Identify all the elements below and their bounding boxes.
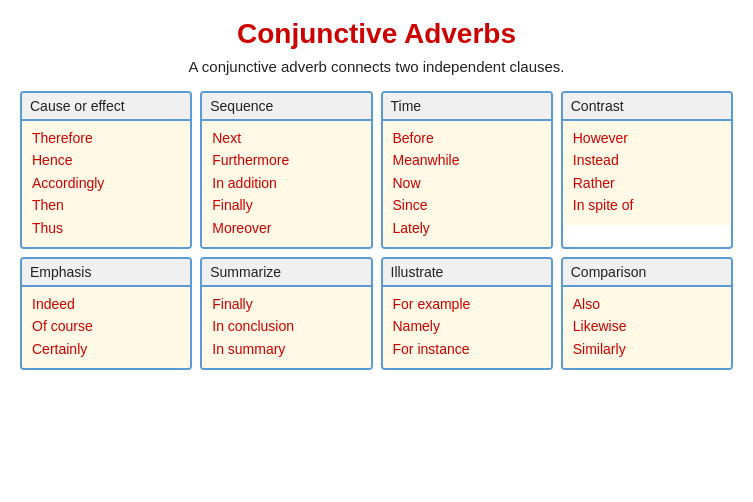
term-item: Likewise bbox=[573, 315, 721, 337]
card-body-emphasis: IndeedOf courseCertainly bbox=[22, 287, 190, 368]
card-header-sequence: Sequence bbox=[202, 93, 370, 121]
term-item: Meanwhile bbox=[393, 149, 541, 171]
term-item: Therefore bbox=[32, 127, 180, 149]
term-item: Then bbox=[32, 194, 180, 216]
card-header-summarize: Summarize bbox=[202, 259, 370, 287]
term-item: Also bbox=[573, 293, 721, 315]
term-item: Indeed bbox=[32, 293, 180, 315]
term-item: Moreover bbox=[212, 217, 360, 239]
term-item: Lately bbox=[393, 217, 541, 239]
card-header-time: Time bbox=[383, 93, 551, 121]
card-illustrate: IllustrateFor exampleNamelyFor instance bbox=[381, 257, 553, 370]
term-item: Finally bbox=[212, 194, 360, 216]
card-header-comparison: Comparison bbox=[563, 259, 731, 287]
card-time: TimeBeforeMeanwhileNowSinceLately bbox=[381, 91, 553, 249]
term-item: Thus bbox=[32, 217, 180, 239]
card-body-illustrate: For exampleNamelyFor instance bbox=[383, 287, 551, 368]
card-body-contrast: HoweverInsteadRatherIn spite of bbox=[563, 121, 731, 225]
term-item: In summary bbox=[212, 338, 360, 360]
term-item: Since bbox=[393, 194, 541, 216]
term-item: Hence bbox=[32, 149, 180, 171]
term-item: In spite of bbox=[573, 194, 721, 216]
card-emphasis: EmphasisIndeedOf courseCertainly bbox=[20, 257, 192, 370]
term-item: Rather bbox=[573, 172, 721, 194]
term-item: Furthermore bbox=[212, 149, 360, 171]
term-item: In addition bbox=[212, 172, 360, 194]
term-item: For example bbox=[393, 293, 541, 315]
card-contrast: ContrastHoweverInsteadRatherIn spite of bbox=[561, 91, 733, 249]
card-header-emphasis: Emphasis bbox=[22, 259, 190, 287]
term-item: Certainly bbox=[32, 338, 180, 360]
term-item: However bbox=[573, 127, 721, 149]
card-header-cause-effect: Cause or effect bbox=[22, 93, 190, 121]
cards-grid: Cause or effectThereforeHenceAccordingly… bbox=[20, 91, 733, 370]
subtitle: A conjunctive adverb connects two indepe… bbox=[188, 58, 564, 75]
term-item: Instead bbox=[573, 149, 721, 171]
term-item: Before bbox=[393, 127, 541, 149]
card-body-summarize: FinallyIn conclusionIn summary bbox=[202, 287, 370, 368]
page-title: Conjunctive Adverbs bbox=[237, 18, 516, 50]
card-header-contrast: Contrast bbox=[563, 93, 731, 121]
term-item: Now bbox=[393, 172, 541, 194]
card-header-illustrate: Illustrate bbox=[383, 259, 551, 287]
card-body-comparison: AlsoLikewiseSimilarly bbox=[563, 287, 731, 368]
term-item: For instance bbox=[393, 338, 541, 360]
term-item: Finally bbox=[212, 293, 360, 315]
term-item: Similarly bbox=[573, 338, 721, 360]
term-item: Namely bbox=[393, 315, 541, 337]
card-sequence: SequenceNextFurthermoreIn additionFinall… bbox=[200, 91, 372, 249]
card-body-sequence: NextFurthermoreIn additionFinallyMoreove… bbox=[202, 121, 370, 247]
term-item: Of course bbox=[32, 315, 180, 337]
term-item: Accordingly bbox=[32, 172, 180, 194]
card-body-time: BeforeMeanwhileNowSinceLately bbox=[383, 121, 551, 247]
term-item: Next bbox=[212, 127, 360, 149]
card-comparison: ComparisonAlsoLikewiseSimilarly bbox=[561, 257, 733, 370]
card-summarize: SummarizeFinallyIn conclusionIn summary bbox=[200, 257, 372, 370]
term-item: In conclusion bbox=[212, 315, 360, 337]
card-cause-effect: Cause or effectThereforeHenceAccordingly… bbox=[20, 91, 192, 249]
card-body-cause-effect: ThereforeHenceAccordinglyThenThus bbox=[22, 121, 190, 247]
